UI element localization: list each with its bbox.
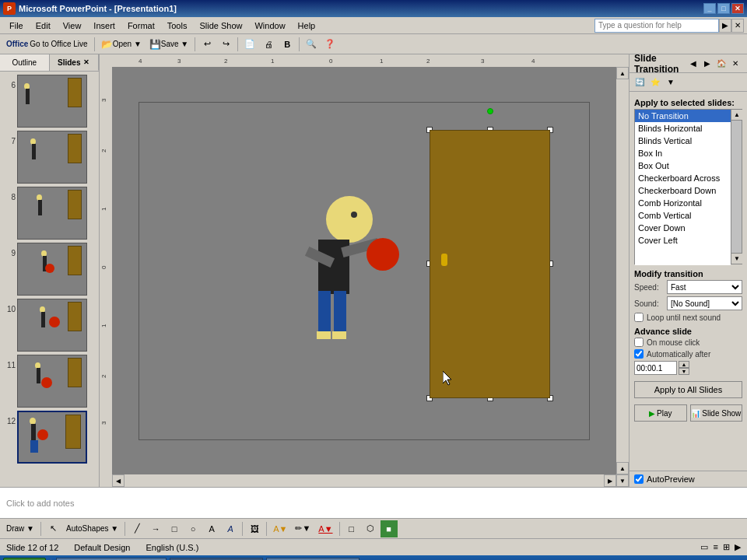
notes-area[interactable]: Click to add notes bbox=[0, 487, 747, 518]
scroll-left-button[interactable]: ◀ bbox=[112, 474, 124, 487]
time-spin-down[interactable]: ▼ bbox=[679, 368, 689, 375]
normal-view-icon[interactable]: ▭ bbox=[700, 542, 708, 551]
scroll-right-button[interactable]: ▶ bbox=[604, 474, 616, 487]
line-color-button[interactable]: ✏▼ bbox=[292, 520, 314, 537]
scroll-down-arrow-1[interactable]: ▲ bbox=[616, 462, 629, 474]
slide-sorter-icon[interactable]: ⊞ bbox=[723, 542, 730, 551]
panel-back-button[interactable]: ◀ bbox=[686, 57, 700, 71]
panel-menu-button[interactable]: ▼ bbox=[664, 75, 678, 89]
print-button[interactable]: 🖨 bbox=[260, 36, 277, 53]
door-selection-group[interactable] bbox=[430, 130, 550, 398]
transition-checker-down[interactable]: Checkerboard Down bbox=[635, 184, 731, 197]
draw-button[interactable]: Draw ▼ bbox=[3, 520, 37, 537]
bold-button[interactable]: B bbox=[279, 36, 296, 53]
menu-file[interactable]: File bbox=[3, 19, 30, 32]
menu-insert[interactable]: Insert bbox=[87, 19, 121, 32]
slide-thumb-11[interactable]: 11 bbox=[3, 355, 96, 408]
outline-view-icon[interactable]: ≡ bbox=[713, 542, 717, 551]
transition-no-transition[interactable]: No Transition bbox=[635, 110, 731, 122]
tlist-scroll-track[interactable] bbox=[731, 121, 742, 253]
help-go-button[interactable]: ▶ bbox=[719, 19, 731, 33]
transition-list[interactable]: No Transition Blinds Horizontal Blinds V… bbox=[635, 110, 731, 265]
line-button[interactable]: ╱ bbox=[128, 520, 146, 537]
menu-format[interactable]: Format bbox=[121, 19, 161, 32]
transition-box-out[interactable]: Box Out bbox=[635, 159, 731, 172]
minimize-button[interactable]: _ bbox=[703, 3, 716, 14]
select-button[interactable]: ↖ bbox=[44, 520, 61, 537]
scroll-down-arrow-2[interactable]: ▼ bbox=[616, 474, 629, 487]
arrow-button[interactable]: → bbox=[147, 520, 164, 537]
menu-tools[interactable]: Tools bbox=[161, 19, 194, 32]
transition-comb-v[interactable]: Comb Vertical bbox=[635, 209, 731, 222]
panel-forward-button[interactable]: ▶ bbox=[700, 57, 714, 71]
auto-after-checkbox[interactable] bbox=[634, 349, 644, 359]
tab-slides[interactable]: Slides ✕ bbox=[50, 54, 100, 71]
slide-thumb-6[interactable]: 6 bbox=[3, 75, 96, 128]
shadow-button[interactable]: □ bbox=[343, 520, 360, 537]
transition-blinds-h[interactable]: Blinds Horizontal bbox=[635, 122, 731, 135]
tlist-scroll-down[interactable]: ▼ bbox=[731, 253, 742, 264]
undo-button[interactable]: ↩ bbox=[198, 36, 216, 53]
slide-thumb-10[interactable]: 10 bbox=[3, 299, 96, 352]
panel-home-button[interactable]: 🏠 bbox=[714, 57, 728, 71]
transition-blinds-v[interactable]: Blinds Vertical bbox=[635, 135, 731, 147]
slide-content[interactable] bbox=[139, 102, 590, 440]
green-box-button[interactable]: ■ bbox=[381, 520, 398, 537]
save-button[interactable]: 💾 Save ▼ bbox=[146, 36, 191, 53]
transition-checker-across[interactable]: Checkerboard Across bbox=[635, 172, 731, 184]
time-input[interactable] bbox=[634, 361, 677, 375]
fill-color-button[interactable]: A▼ bbox=[270, 520, 290, 537]
transition-comb-h[interactable]: Comb Horizontal bbox=[635, 197, 731, 209]
3d-button[interactable]: ⬡ bbox=[362, 520, 379, 537]
slideshow-button[interactable]: 📊 Slide Show bbox=[690, 404, 743, 422]
menu-slideshow[interactable]: Slide Show bbox=[193, 19, 248, 32]
slides-tab-close[interactable]: ✕ bbox=[83, 58, 89, 66]
office-live-button[interactable]: Office Go to Office Live bbox=[3, 36, 91, 53]
transition-box-in[interactable]: Box In bbox=[635, 147, 731, 159]
new-button[interactable]: 📄 bbox=[241, 36, 258, 53]
tab-outline[interactable]: Outline bbox=[0, 54, 50, 71]
slide-thumb-7[interactable]: 7 bbox=[3, 131, 96, 184]
tlist-scroll-up[interactable]: ▲ bbox=[731, 110, 742, 121]
oval-button[interactable]: ○ bbox=[184, 520, 202, 537]
menu-window[interactable]: Window bbox=[248, 19, 291, 32]
slide-thumb-12[interactable]: 12 bbox=[3, 411, 96, 464]
slide-thumb-9[interactable]: 9 bbox=[3, 243, 96, 296]
play-button[interactable]: ▶ Play bbox=[634, 404, 687, 422]
scroll-up-button[interactable]: ▲ bbox=[616, 67, 629, 79]
mouse-click-checkbox[interactable] bbox=[634, 338, 644, 347]
help-button[interactable]: ❓ bbox=[321, 36, 338, 53]
wordart-button[interactable]: A bbox=[222, 520, 239, 537]
maximize-button[interactable]: □ bbox=[717, 3, 730, 14]
slide-thumb-8[interactable]: 8 bbox=[3, 187, 96, 240]
sound-select[interactable]: [No Sound] Applause Arrow bbox=[667, 296, 742, 310]
textbox-button[interactable]: A bbox=[203, 520, 220, 537]
rotation-handle[interactable] bbox=[487, 108, 493, 114]
loop-checkbox[interactable] bbox=[634, 313, 644, 322]
autopreview-checkbox[interactable] bbox=[634, 474, 644, 484]
scroll-track-h[interactable] bbox=[124, 474, 604, 487]
menu-help[interactable]: Help bbox=[292, 19, 322, 32]
panel-star-button[interactable]: ⭐ bbox=[648, 75, 662, 89]
panel-close-button[interactable]: ✕ bbox=[728, 57, 742, 71]
redo-button[interactable]: ↪ bbox=[217, 36, 234, 53]
speed-select[interactable]: Fast Medium Slow bbox=[667, 280, 742, 294]
transition-cover-left[interactable]: Cover Left bbox=[635, 234, 731, 247]
time-spin-up[interactable]: ▲ bbox=[679, 361, 689, 368]
help-search-input[interactable] bbox=[594, 19, 719, 33]
help-close-button[interactable]: ✕ bbox=[731, 19, 744, 33]
scroll-track-v[interactable] bbox=[616, 79, 629, 462]
font-color-button[interactable]: A▼ bbox=[315, 520, 335, 537]
open-button[interactable]: 📂 Open ▼ bbox=[98, 36, 145, 53]
clipart-button[interactable]: 🖼 bbox=[246, 520, 263, 537]
zoom-button[interactable]: 🔍 bbox=[303, 36, 320, 53]
close-button[interactable]: ✕ bbox=[731, 3, 744, 14]
rect-button[interactable]: □ bbox=[166, 520, 183, 537]
menu-edit[interactable]: Edit bbox=[30, 19, 57, 32]
apply-all-button[interactable]: Apply to All Slides bbox=[634, 381, 742, 398]
slideshow-view-icon[interactable]: ▶ bbox=[735, 542, 741, 551]
autoshapes-button[interactable]: AutoShapes ▼ bbox=[63, 520, 121, 537]
transition-cover-down[interactable]: Cover Down bbox=[635, 222, 731, 234]
menu-view[interactable]: View bbox=[57, 19, 88, 32]
panel-refresh-button[interactable]: 🔄 bbox=[633, 75, 647, 89]
